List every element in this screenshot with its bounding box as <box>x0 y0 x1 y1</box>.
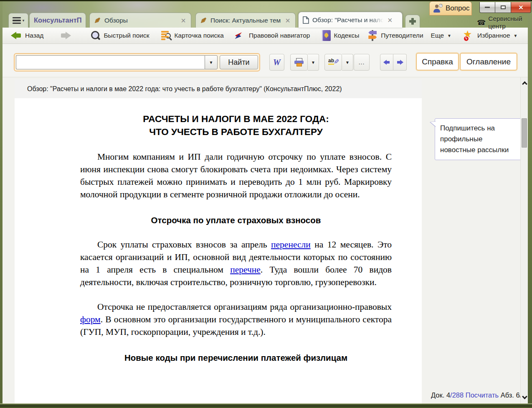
window-border-bottom <box>0 403 532 408</box>
vertical-scrollbar[interactable] <box>520 77 528 403</box>
search-card-button[interactable]: Карточка поиска <box>159 29 226 42</box>
favorites-button[interactable]: ★ ϟ Избранное ▼ <box>461 28 520 43</box>
phone-icon: ☎ <box>477 19 486 26</box>
close-tab-icon[interactable]: × <box>387 16 393 24</box>
scroll-down-button[interactable] <box>521 393 528 403</box>
hamburger-icon <box>13 17 21 24</box>
print-button[interactable] <box>290 54 308 71</box>
paragraph: Срок уплаты страховых взносов за апрель … <box>80 238 392 288</box>
arrow-left-icon <box>383 60 390 65</box>
count-link[interactable]: Посчитать <box>466 391 499 399</box>
main-area: Обзор: "Расчеты и налоги в мае 2022 года… <box>3 77 528 403</box>
bubble-tail <box>430 121 436 127</box>
doc-total: /288 <box>450 391 464 399</box>
paragraph-counter: Абз. 6/ <box>501 391 520 399</box>
window-border-left <box>0 1 3 403</box>
document-panel: Обзор: "Расчеты и налоги в мае 2022 года… <box>15 79 422 403</box>
more-label: Еще <box>431 32 444 39</box>
more-actions-button[interactable]: ... <box>354 54 370 71</box>
highlight-icon: ab ✎ <box>328 58 338 67</box>
back-arrow-icon <box>11 32 22 39</box>
document-header: Обзор: "Расчеты и налоги в мае 2022 года… <box>15 79 422 98</box>
quick-search-label: Быстрый поиск <box>104 32 149 39</box>
next-fragment-button[interactable] <box>393 54 407 71</box>
pen-icon <box>200 17 207 24</box>
service-center-label: Сервисный центр <box>488 15 532 30</box>
toc-button[interactable]: Оглавление <box>460 53 517 70</box>
legal-navigator-button[interactable]: Правовой навигатор <box>233 29 313 42</box>
help-button[interactable]: Справка <box>416 53 459 70</box>
paragraph: Отсрочка не предоставляется организациям… <box>80 301 392 338</box>
document-header-title: Обзор: "Расчеты и налоги в мае 2022 года… <box>27 85 342 93</box>
chevron-down-icon: ▼ <box>447 33 451 38</box>
window-controls: × <box>479 2 531 13</box>
previous-fragment-button[interactable] <box>380 54 393 71</box>
search-icon <box>90 31 100 41</box>
close-tab-icon[interactable]: × <box>284 16 291 25</box>
doc-text: Отсрочка не предоставляется организациям… <box>97 302 392 312</box>
guides-label: Путеводители <box>381 32 423 39</box>
search-input[interactable] <box>16 55 205 69</box>
tab-label: Поиск: Актуальные темы <box>210 17 281 24</box>
chevron-down-icon: ▼ <box>311 60 315 65</box>
brand-label: КонсультантПлюс <box>34 16 81 24</box>
guides-button[interactable]: Путеводители <box>365 28 426 43</box>
printer-icon <box>294 58 304 66</box>
new-tab-button[interactable] <box>405 15 420 28</box>
minimize-icon <box>485 7 490 8</box>
codes-button[interactable]: Кодексы <box>319 28 362 43</box>
tab-review-active[interactable]: Обзор: "Расчеты и налоги в м × <box>298 12 403 28</box>
chevron-down-icon: ▼ <box>345 60 350 65</box>
toolbar: Назад Быстрый поиск Карточка поиска Прав… <box>3 28 528 44</box>
highlight-options-button[interactable]: ▼ <box>342 54 353 71</box>
pen-icon <box>94 17 101 24</box>
star-icon: ★ ϟ <box>463 30 474 41</box>
document-icon <box>303 16 309 24</box>
search-dropdown-button[interactable]: ▼ <box>205 55 218 69</box>
brand-tab[interactable]: КонсультантПлюс <box>29 13 86 28</box>
minimize-button[interactable] <box>479 2 495 13</box>
question-button-label: Вопрос <box>446 4 469 13</box>
status-bar: Док. 4/288 Посчитать Абз. 6/ <box>431 391 520 399</box>
search-card-icon <box>161 31 171 41</box>
signpost-icon <box>367 30 377 41</box>
menu-caret-icon: ▾ <box>23 18 25 23</box>
favorites-label: Избранное <box>477 32 510 39</box>
doc-link[interactable]: форм <box>80 314 101 324</box>
tab-label: Обзоры <box>104 17 177 24</box>
tab-search-topics[interactable]: Поиск: Актуальные темы × <box>195 13 296 28</box>
scroll-up-button[interactable] <box>521 78 528 88</box>
document-title: РАСЧЕТЫ И НАЛОГИ В МАЕ 2022 ГОДА: ЧТО УЧ… <box>80 112 392 138</box>
highlight-button[interactable]: ab ✎ <box>324 54 342 71</box>
scrollbar-thumb[interactable] <box>522 118 527 148</box>
export-word-button[interactable]: W <box>269 54 284 71</box>
maximize-button[interactable] <box>495 2 511 13</box>
service-center[interactable]: ☎ Сервисный центр <box>477 15 532 30</box>
close-button[interactable]: × <box>511 2 531 13</box>
chevron-down-icon: ▼ <box>209 60 213 65</box>
doc-link[interactable]: перечне <box>230 265 261 275</box>
subscribe-bubble[interactable]: Подпишитесь на профильные новостные расс… <box>435 118 522 160</box>
more-menu-button[interactable]: Еще ▼ <box>428 30 454 41</box>
find-button[interactable]: Найти <box>220 55 258 69</box>
section-heading: Новые коды при перечислении платежей физ… <box>80 353 392 363</box>
arrow-right-icon <box>397 60 403 65</box>
tab-label: Обзор: "Расчеты и налоги в м <box>312 16 383 24</box>
chevron-down-icon <box>522 394 527 399</box>
quick-search-button[interactable]: Быстрый поиск <box>88 29 152 42</box>
forward-button[interactable] <box>58 30 73 41</box>
main-menu-button[interactable]: ▾ <box>8 13 28 28</box>
legal-navigator-label: Правовой навигатор <box>249 32 310 39</box>
back-button[interactable]: Назад <box>8 30 46 41</box>
doc-text: Срок уплаты страховых взносов за апрель <box>97 240 271 250</box>
plus-icon <box>409 18 416 25</box>
document-body: РАСЧЕТЫ И НАЛОГИ В МАЕ 2022 ГОДА: ЧТО УЧ… <box>15 98 422 363</box>
question-button[interactable]: ? Вопрос <box>429 1 472 15</box>
doc-counter: Док. 4 <box>431 391 450 399</box>
search-box: ▼ Найти <box>14 53 260 71</box>
doc-link[interactable]: перенесли <box>271 240 311 250</box>
print-options-button[interactable]: ▼ <box>308 54 319 71</box>
tab-reviews[interactable]: Обзоры × <box>89 13 191 28</box>
codex-book-icon <box>322 30 331 41</box>
close-tab-icon[interactable]: × <box>180 16 187 25</box>
